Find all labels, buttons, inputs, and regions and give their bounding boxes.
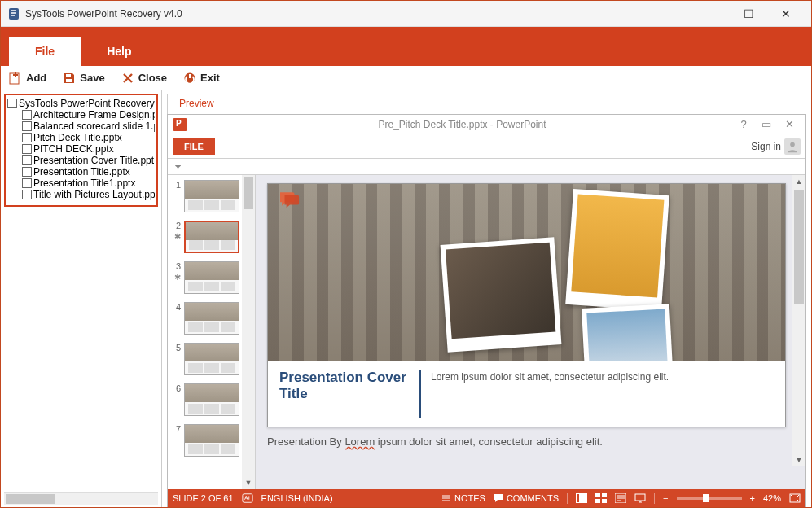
exit-icon (183, 72, 196, 85)
spellcheck-icon[interactable] (242, 493, 253, 504)
tree-item[interactable]: Presentation Cover Title.ppt (22, 155, 155, 166)
tree-item[interactable]: Presentation Title.pptx (22, 166, 155, 177)
title-divider (419, 370, 421, 418)
comment-bubble-icon (278, 190, 301, 208)
stage-scrollbar[interactable]: ▲ ▼ (792, 175, 805, 466)
menu-file[interactable]: File (9, 37, 81, 66)
pp-close-icon[interactable]: ✕ (778, 118, 801, 130)
thumbnail-slide[interactable] (184, 180, 239, 212)
pp-document-title: Pre_Pitch Deck Title.pptx - PowerPoint (192, 119, 732, 130)
thumbnail-row[interactable]: 7 (171, 424, 252, 457)
powerpoint-preview-frame: Pre_Pitch Deck Title.pptx - PowerPoint ?… (167, 114, 806, 508)
pp-ribbon: FILE Sign in (168, 134, 805, 159)
add-button[interactable]: Add (9, 72, 46, 85)
scroll-down-icon[interactable]: ▼ (792, 453, 805, 466)
tree-item[interactable]: Balanced scorecard slide 1.p (22, 120, 155, 132)
thumbnail-number: 3 (171, 261, 181, 271)
thumbnail-slide[interactable] (184, 424, 239, 457)
thumbnail-row[interactable]: 4 (171, 302, 252, 335)
thumbnail-row[interactable]: 6 (171, 383, 252, 416)
close-label: Close (138, 72, 167, 84)
menu-help[interactable]: Help (81, 37, 157, 66)
checkbox[interactable] (22, 190, 32, 199)
tree-root[interactable]: SysTools PowerPoint Recovery (7, 98, 155, 109)
fit-to-window-icon[interactable] (789, 493, 801, 503)
thumbnail-slide[interactable] (184, 343, 239, 375)
scroll-down-icon[interactable]: ▼ (242, 476, 255, 489)
menu-bar: File Help (1, 27, 811, 66)
slide-text-band: Presentation Cover Title Lorem ipsum dol… (268, 361, 785, 427)
checkbox[interactable] (22, 178, 32, 188)
pp-status-bar: SLIDE 2 OF 61 ENGLISH (INDIA) NOTES COMM… (168, 489, 805, 507)
notes-underlined: Lorem (345, 436, 375, 448)
save-button[interactable]: Save (63, 72, 104, 85)
thumbnail-row[interactable]: 2✱ (171, 221, 252, 253)
thumbnail-slide[interactable] (184, 261, 239, 294)
maximize-button[interactable]: ☐ (730, 2, 767, 26)
tree-root-label: SysTools PowerPoint Recovery (19, 98, 155, 109)
notes-button[interactable]: NOTES (441, 493, 485, 503)
svg-rect-9 (595, 493, 600, 497)
checkbox[interactable] (7, 99, 17, 108)
zoom-out-button[interactable]: − (663, 493, 668, 503)
checkbox[interactable] (22, 133, 32, 142)
svg-rect-11 (595, 499, 600, 503)
normal-view-icon[interactable] (576, 493, 587, 503)
zoom-slider[interactable] (677, 497, 742, 500)
sorter-view-icon[interactable] (595, 493, 607, 503)
photo-2 (565, 189, 669, 311)
comments-button[interactable]: COMMENTS (494, 493, 559, 503)
preview-tab[interactable]: Preview (167, 94, 226, 115)
minimize-button[interactable]: — (692, 2, 730, 26)
status-language[interactable]: ENGLISH (INDIA) (261, 493, 333, 503)
pp-signin[interactable]: Sign in (751, 138, 801, 155)
slide-cover-title: Presentation Cover Title (279, 370, 410, 418)
zoom-in-button[interactable]: + (750, 493, 755, 503)
tree-item[interactable]: Architecture Frame Design.p (22, 109, 155, 120)
thumbnail-number: 7 (171, 424, 181, 434)
slide-thumbnail-rail: 12✱3✱4567 ▲ ▼ (168, 175, 256, 489)
thumbnail-scrollbar[interactable]: ▲ ▼ (242, 175, 255, 489)
exit-label: Exit (200, 72, 220, 84)
pp-fullscreen-icon[interactable]: ▭ (755, 118, 778, 130)
checkbox[interactable] (22, 121, 32, 131)
slide-subtitle: Lorem ipsum dolor sit amet, consectetur … (431, 370, 774, 418)
preview-tabbar: Preview (167, 94, 806, 115)
ribbon-collapse-row[interactable]: ⏷ (168, 159, 805, 175)
pp-file-tab[interactable]: FILE (173, 138, 215, 155)
checkbox[interactable] (22, 167, 32, 177)
tree-item[interactable]: Pitch Deck Title.pptx (22, 132, 155, 143)
toolbar: Add Save Close Exit (1, 66, 811, 90)
close-icon (121, 72, 134, 85)
tree-item-label: Title with Pictures Layout.pp (33, 189, 155, 200)
add-label: Add (26, 72, 46, 84)
tree-item[interactable]: Presentation Title1.pptx (22, 177, 155, 189)
thumbnail-row[interactable]: 3✱ (171, 261, 252, 294)
thumbnail-slide[interactable] (184, 221, 239, 253)
tree-item-label: Pitch Deck Title.pptx (33, 132, 122, 143)
reading-view-icon[interactable] (615, 493, 626, 503)
pp-help-icon[interactable]: ? (732, 118, 755, 130)
tree-item[interactable]: Title with Pictures Layout.pp (22, 189, 155, 200)
file-tree: SysTools PowerPoint Recovery Architectur… (4, 94, 158, 207)
thumbnail-row[interactable]: 5 (171, 343, 252, 375)
svg-rect-14 (635, 494, 645, 501)
tree-item-label: Architecture Frame Design.p (33, 109, 155, 120)
zoom-level[interactable]: 42% (763, 493, 781, 503)
tree-horizontal-scrollbar[interactable] (4, 492, 158, 505)
thumbnail-slide[interactable] (184, 302, 239, 335)
thumbnail-row[interactable]: 1 (171, 180, 252, 212)
checkbox[interactable] (22, 110, 32, 120)
tree-item[interactable]: PITCH DECK.pptx (22, 143, 155, 155)
slideshow-view-icon[interactable] (634, 493, 646, 503)
animation-star-icon: ✱ (174, 232, 181, 241)
exit-button[interactable]: Exit (183, 72, 220, 85)
checkbox[interactable] (22, 144, 32, 154)
close-window-button[interactable]: ✕ (767, 2, 805, 26)
scroll-up-icon[interactable]: ▲ (792, 175, 805, 188)
animation-star-icon: ✱ (174, 273, 181, 282)
thumbnail-slide[interactable] (184, 383, 239, 416)
close-button[interactable]: Close (121, 72, 167, 85)
checkbox[interactable] (22, 155, 32, 165)
slide-notes[interactable]: Presentation By Lorem ipsum dolor sit am… (267, 436, 786, 448)
